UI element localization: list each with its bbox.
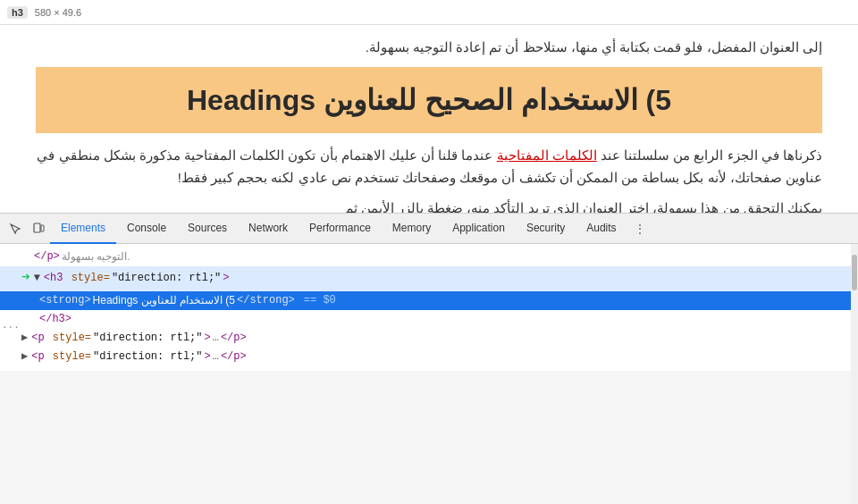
h3-style-attr: style= [64, 270, 109, 287]
triangle-right-1[interactable]: ▶ [21, 330, 28, 347]
section-heading: 5) الاستخدام الصحيح للعناوين Headings [54, 83, 804, 117]
strong-content: 5) الاستخدام للعناوين Headings [93, 292, 235, 309]
more-tabs-button[interactable]: ⋮ [627, 217, 652, 240]
elements-tree: </p> .التوجيه بسهولة ➜ ▼ <h3 style="dire… [0, 244, 858, 371]
svg-rect-0 [34, 223, 40, 232]
p2-open-tag: <p [31, 349, 44, 365]
h3-close-tag: </h3> [39, 311, 72, 328]
p1-style-value: "direction: rtl;" [93, 330, 202, 347]
paragraph-2: يمكنك التحقق من هذا بسهولة، اختر العنوان… [36, 197, 822, 214]
code-line-1[interactable]: </p> .التوجيه بسهولة [0, 248, 858, 266]
code-line-h3-close[interactable]: </h3> [0, 310, 858, 329]
tab-performance[interactable]: Performance [299, 214, 382, 244]
p1-style-attr: style= [46, 330, 91, 347]
devtools-toolbar: Elements Console Sources Network Perform… [0, 214, 858, 244]
p1-close-tag: </p> [221, 330, 247, 347]
tab-audits[interactable]: Audits [576, 214, 627, 244]
p2-bracket: > [204, 349, 210, 365]
p1-ellipsis: … [213, 330, 219, 347]
svg-rect-1 [41, 225, 44, 231]
tab-network[interactable]: Network [238, 214, 299, 244]
inspect-element-button[interactable] [4, 217, 27, 240]
devtools-elements-panel: </p> .التوجيه بسهولة ➜ ▼ <h3 style="dire… [0, 244, 858, 371]
dollar-zero: == $0 [304, 292, 336, 309]
tab-security[interactable]: Security [516, 214, 576, 244]
h3-style-value: "direction: rtl;" [112, 270, 221, 287]
triangle-down[interactable]: ▼ [34, 270, 40, 287]
p1-open-tag: <p [31, 330, 44, 347]
element-tag-bar: h3 580 × 49.6 [0, 0, 858, 25]
green-arrow-icon: ➜ [21, 267, 30, 290]
devtools-content-wrapper: </p> .التوجيه بسهولة ➜ ▼ <h3 style="dire… [0, 244, 858, 504]
triangle-right-2[interactable]: ▶ [21, 349, 28, 365]
keyword-link[interactable]: الكلمات المفتاحية [497, 147, 597, 163]
tab-sources[interactable]: Sources [177, 214, 238, 244]
scrollbar-thumb[interactable] [852, 255, 857, 290]
tab-elements[interactable]: Elements [50, 214, 116, 244]
tab-console[interactable]: Console [116, 214, 177, 244]
strong-close: </strong> [237, 292, 295, 309]
close-p-tag: </p> [34, 248, 60, 265]
p2-style-attr: style= [46, 349, 91, 365]
tab-application[interactable]: Application [442, 214, 516, 244]
dots-indicator: ... [2, 319, 20, 331]
webpage-preview: إلى العنوان المفضل، فلو قمت بكتابة أي من… [0, 25, 858, 213]
heading-section: 5) الاستخدام الصحيح للعناوين Headings [36, 67, 822, 133]
h3-close-bracket: > [223, 270, 229, 287]
p2-ellipsis: … [213, 349, 219, 365]
code-line-p1[interactable]: ▶ <p style="direction: rtl;"> … </p> [0, 329, 858, 348]
tag-badge: h3 [7, 6, 28, 19]
tab-memory[interactable]: Memory [382, 214, 442, 244]
element-dimensions: 580 × 49.6 [35, 7, 81, 18]
code-line-p2[interactable]: ▶ <p style="direction: rtl;"> … </p> [0, 348, 858, 366]
comment-text-1: .التوجيه بسهولة [62, 248, 130, 265]
devtools-panel: Elements Console Sources Network Perform… [0, 213, 858, 504]
device-toolbar-button[interactable] [27, 217, 50, 240]
h3-open-tag: <h3 [44, 270, 63, 287]
p2-style-value: "direction: rtl;" [93, 349, 202, 365]
scrollbar-track[interactable] [851, 244, 858, 504]
code-line-strong[interactable]: <strong> 5) الاستخدام للعناوين Headings … [0, 291, 858, 310]
code-line-h3[interactable]: ➜ ▼ <h3 style="direction: rtl;"> [0, 266, 858, 291]
paragraph-1: ذكرناها في الجزء الرابع من سلسلتنا عند ا… [36, 144, 822, 189]
p2-close-tag: </p> [221, 349, 247, 365]
p1-bracket: > [204, 330, 210, 347]
strong-open: <strong> [39, 292, 91, 309]
webpage-top-text: إلى العنوان المفضل، فلو قمت بكتابة أي من… [36, 32, 822, 67]
